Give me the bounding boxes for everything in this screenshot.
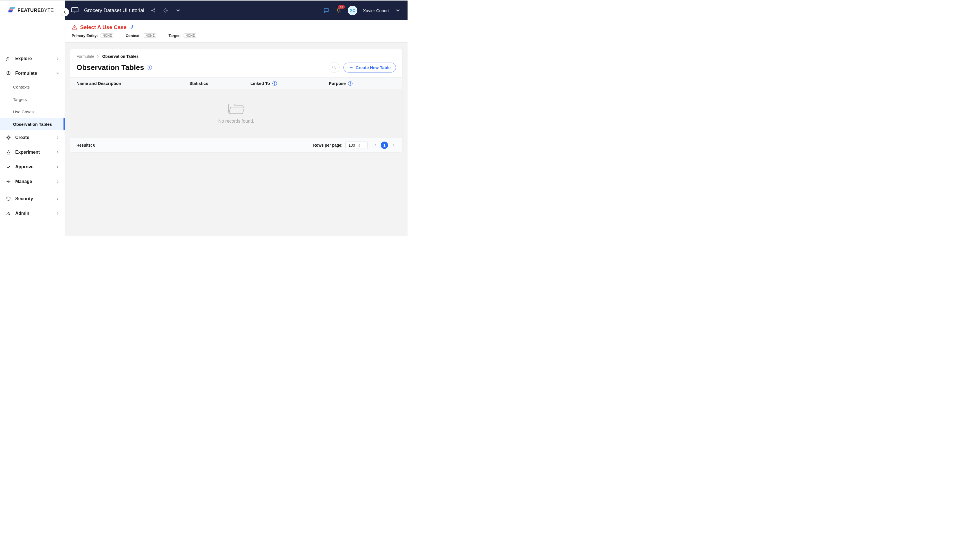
create-icon <box>6 135 11 140</box>
sidebar-item-approve[interactable]: Approve <box>0 160 65 174</box>
help-icon[interactable]: ? <box>348 81 353 86</box>
header: Grocery Dataset UI tutorial 46 XC Xavier… <box>65 0 408 20</box>
breadcrumb: Formulate > Observation Tables <box>77 54 139 58</box>
none-chip: NONE <box>100 33 114 38</box>
chat-button[interactable] <box>323 7 330 14</box>
sidebar-item-experiment[interactable]: Experiment <box>0 145 65 160</box>
svg-point-2 <box>7 212 8 213</box>
col-name[interactable]: Name and Description <box>77 81 189 86</box>
warning-icon <box>72 25 77 30</box>
chevron-right-icon <box>56 136 59 139</box>
sidebar-item-contexts[interactable]: Contexts <box>0 81 65 93</box>
sort-icon: ▲▼ <box>358 143 361 147</box>
chevron-left-icon <box>374 144 377 147</box>
svg-point-5 <box>154 9 155 10</box>
folder-open-icon <box>228 101 245 114</box>
admin-icon <box>6 211 11 216</box>
svg-rect-3 <box>71 8 78 12</box>
page-title: Observation Tables <box>77 63 144 72</box>
sidebar-item-use-cases[interactable]: Use Cases <box>0 105 65 118</box>
rows-per-page-select[interactable]: 100 ▲▼ <box>345 142 368 149</box>
content-card: Formulate > Observation Tables Observati… <box>70 49 402 153</box>
breadcrumb-parent[interactable]: Formulate <box>77 54 94 58</box>
settings-button[interactable] <box>162 7 169 14</box>
col-purpose[interactable]: Purpose ? <box>329 81 396 86</box>
create-new-table-button[interactable]: Create New Table <box>343 63 396 72</box>
chevron-right-icon <box>56 57 59 60</box>
sidebar-item-label: Security <box>15 196 33 201</box>
sidebar-item-formulate[interactable]: Formulate <box>0 66 65 81</box>
chevron-down-icon <box>176 8 180 12</box>
project-menu-button[interactable] <box>175 7 181 14</box>
sidebar-item-security[interactable]: Security <box>0 192 65 206</box>
page-number[interactable]: 1 <box>381 142 388 149</box>
results-count: Results: 0 <box>77 143 95 147</box>
sidebar-item-label: Create <box>15 135 29 140</box>
sidebar-nav: Explore Formulate Contexts Targets Use C… <box>0 20 65 221</box>
search-button[interactable] <box>329 62 340 73</box>
chevron-right-icon <box>56 165 59 168</box>
share-icon <box>151 8 156 13</box>
sidebar-item-manage[interactable]: Manage <box>0 174 65 189</box>
svg-point-4 <box>152 10 152 11</box>
help-icon[interactable]: ? <box>272 81 277 86</box>
svg-point-6 <box>154 11 155 12</box>
chevron-down-icon <box>396 8 400 12</box>
main-pane: Grocery Dataset UI tutorial 46 XC Xavier… <box>65 0 408 236</box>
chat-icon <box>323 7 330 13</box>
sidebar-item-label: Targets <box>13 97 27 102</box>
sidebar-item-create[interactable]: Create <box>0 130 65 145</box>
notifications-button[interactable]: 46 <box>335 7 342 14</box>
notification-badge: 46 <box>338 5 345 9</box>
brand-logo[interactable]: FEATUREBYTE <box>0 0 65 20</box>
sidebar-item-label: Admin <box>15 211 29 216</box>
edit-usecase-button[interactable] <box>129 25 134 30</box>
sidebar: FEATUREBYTE Explore Formulate Contexts <box>0 0 65 236</box>
table-header-row: Name and Description Statistics Linked T… <box>70 77 402 89</box>
avatar[interactable]: XC <box>348 6 357 15</box>
chevron-right-icon <box>56 212 59 215</box>
sidebar-item-label: Experiment <box>15 150 40 155</box>
empty-message: No records found. <box>218 119 254 124</box>
chevron-right-icon <box>56 180 59 183</box>
none-chip: NONE <box>143 33 157 38</box>
chevron-right-icon <box>56 151 59 154</box>
brand-mark-icon <box>8 7 16 13</box>
sidebar-item-targets[interactable]: Targets <box>0 93 65 105</box>
sidebar-item-admin[interactable]: Admin <box>0 206 65 221</box>
sidebar-item-label: Explore <box>15 56 32 61</box>
usecase-title: Select A Use Case <box>80 24 126 30</box>
usecase-banner: Select A Use Case Primary Entity: NONE C… <box>65 20 408 43</box>
chevron-right-icon <box>56 197 59 200</box>
svg-point-8 <box>333 66 335 68</box>
header-divider <box>189 0 189 20</box>
sidebar-collapse-button[interactable] <box>61 8 69 17</box>
sidebar-divider <box>0 190 65 190</box>
chevron-right-icon <box>392 144 395 147</box>
empty-state: No records found. <box>70 89 402 138</box>
context-meta: Context: NONE <box>125 33 157 38</box>
project-title: Grocery Dataset UI tutorial <box>84 8 144 13</box>
table-footer: Results: 0 Rows per page: 100 ▲▼ 1 <box>70 138 402 152</box>
rows-per-page-label: Rows per page: <box>313 143 342 147</box>
sidebar-item-label: Approve <box>15 164 33 170</box>
chevron-left-icon <box>63 10 67 14</box>
page-prev-button[interactable] <box>373 143 378 148</box>
brand-text: FEATUREBYTE <box>17 8 54 13</box>
col-linked[interactable]: Linked To ? <box>250 81 329 86</box>
formulate-icon <box>6 71 11 76</box>
sidebar-item-observation-tables[interactable]: Observation Tables <box>0 118 65 130</box>
user-menu-button[interactable] <box>395 7 402 14</box>
gear-icon <box>163 8 168 13</box>
page-next-button[interactable] <box>391 143 396 148</box>
chevron-down-icon <box>56 72 59 75</box>
col-stats[interactable]: Statistics <box>189 81 250 86</box>
help-icon[interactable]: ? <box>147 65 152 70</box>
edit-icon <box>129 25 134 30</box>
sidebar-item-explore[interactable]: Explore <box>0 51 65 66</box>
breadcrumb-current: Observation Tables <box>102 54 139 58</box>
sidebar-item-label: Use Cases <box>13 109 33 114</box>
share-button[interactable] <box>150 7 157 14</box>
plus-icon <box>349 65 353 70</box>
sidebar-item-label: Formulate <box>15 71 37 76</box>
